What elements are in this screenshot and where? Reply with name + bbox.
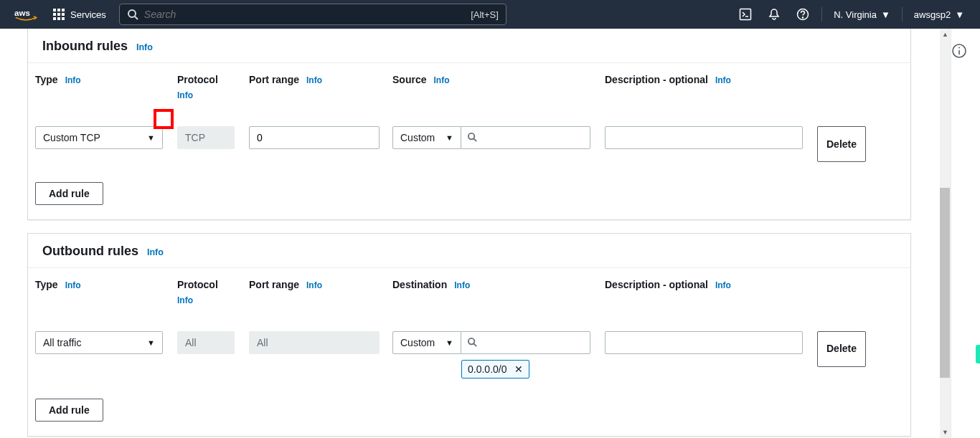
svg-point-18	[468, 338, 474, 344]
col-port: Port rangeInfo	[249, 73, 392, 87]
caret-down-icon: ▼	[955, 9, 964, 20]
info-link[interactable]: Info	[177, 295, 249, 307]
col-type: TypeInfo	[35, 278, 177, 292]
search-icon	[127, 9, 138, 20]
source-type-select[interactable]: Custom ▼	[392, 126, 461, 149]
caret-down-icon: ▼	[881, 9, 890, 20]
col-protocol: ProtocolInfo	[177, 73, 249, 102]
chevron-down-icon: ▼	[446, 133, 453, 142]
grid-icon	[53, 9, 65, 20]
info-link[interactable]: Info	[177, 90, 249, 102]
add-outbound-rule-button[interactable]: Add rule	[35, 399, 103, 422]
scroll-down-arrow[interactable]: ▼	[940, 427, 951, 438]
col-port: Port rangeInfo	[249, 278, 392, 292]
svg-line-11	[135, 16, 138, 19]
main-content: Inbound rules Info TypeInfo ProtocolInfo…	[0, 29, 951, 438]
protocol-display	[177, 331, 235, 354]
info-link[interactable]: Info	[147, 247, 164, 257]
info-link[interactable]: Info	[65, 280, 81, 290]
svg-point-16	[468, 133, 474, 139]
services-label: Services	[70, 9, 106, 20]
svg-rect-5	[57, 13, 60, 16]
account-label: awsgsp2	[914, 9, 951, 20]
highlight-box	[154, 109, 174, 129]
region-label: N. Virginia	[834, 9, 877, 20]
inbound-title: Inbound rules	[42, 39, 128, 54]
svg-rect-7	[53, 17, 56, 20]
svg-rect-9	[62, 17, 65, 20]
dest-search[interactable]	[461, 331, 590, 354]
outbound-rules-panel: Outbound rules Info TypeInfo ProtocolInf…	[27, 233, 911, 437]
services-menu-button[interactable]: Services	[53, 9, 106, 20]
info-link[interactable]: Info	[454, 280, 470, 290]
svg-rect-8	[57, 17, 60, 20]
outbound-rule-row: All traffic ▼	[35, 331, 896, 379]
search-shortcut: [Alt+S]	[471, 9, 499, 20]
account-menu[interactable]: awsgsp2 ▼	[907, 9, 971, 20]
info-link[interactable]: Info	[136, 42, 153, 52]
svg-rect-6	[62, 13, 65, 16]
top-nav: aws Services [Alt+S] N. Virginia ▼ awsgs…	[0, 0, 980, 29]
col-type: TypeInfo	[35, 73, 177, 87]
svg-line-17	[473, 139, 476, 142]
info-link[interactable]: Info	[306, 280, 322, 290]
cidr-token: 0.0.0.0/0 ✕	[461, 360, 529, 379]
notifications-button[interactable]	[760, 0, 788, 29]
chevron-down-icon: ▼	[446, 338, 453, 347]
dest-type-select[interactable]: Custom ▼	[392, 331, 461, 354]
info-link[interactable]: Info	[433, 75, 449, 85]
help-panel	[951, 29, 980, 438]
source-search[interactable]	[461, 126, 590, 149]
svg-line-19	[473, 343, 476, 346]
col-dest: DestinationInfo	[392, 278, 605, 292]
region-selector[interactable]: N. Virginia ▼	[826, 9, 897, 20]
col-protocol: ProtocolInfo	[177, 278, 249, 307]
help-button[interactable]	[788, 0, 817, 29]
col-desc: Description - optionalInfo	[605, 73, 817, 87]
svg-rect-4	[53, 13, 56, 16]
search-icon	[467, 337, 478, 348]
port-input[interactable]	[249, 126, 380, 149]
info-link[interactable]: Info	[306, 75, 322, 85]
remove-token-button[interactable]: ✕	[514, 363, 523, 375]
port-display	[249, 331, 380, 354]
global-search-input[interactable]	[144, 9, 471, 20]
outbound-title: Outbound rules	[42, 244, 138, 259]
info-link[interactable]: Info	[65, 75, 81, 85]
type-select[interactable]: All traffic ▼	[35, 331, 163, 354]
add-inbound-rule-button[interactable]: Add rule	[35, 182, 103, 205]
feedback-tab[interactable]	[976, 345, 980, 363]
description-input[interactable]	[605, 126, 803, 149]
global-search[interactable]: [Alt+S]	[119, 4, 507, 25]
cloudshell-button[interactable]	[731, 0, 760, 29]
svg-rect-3	[62, 9, 65, 11]
chevron-down-icon: ▼	[147, 133, 155, 142]
search-icon	[467, 132, 478, 143]
aws-logo[interactable]: aws	[14, 7, 37, 22]
svg-point-21	[958, 47, 960, 49]
svg-text:aws: aws	[14, 9, 30, 17]
col-source: SourceInfo	[392, 73, 605, 87]
info-link[interactable]: Info	[715, 280, 731, 290]
delete-rule-button[interactable]: Delete	[817, 126, 866, 162]
type-select[interactable]: Custom TCP ▼	[35, 126, 163, 149]
vertical-scrollbar[interactable]: ▲ ▼	[940, 29, 951, 438]
svg-point-15	[803, 17, 804, 18]
info-icon[interactable]	[951, 43, 967, 59]
cidr-value: 0.0.0.0/0	[468, 363, 507, 375]
scroll-thumb[interactable]	[940, 188, 950, 378]
svg-rect-1	[53, 9, 56, 11]
protocol-display: TCP	[177, 126, 235, 149]
scroll-up-arrow[interactable]: ▲	[940, 29, 951, 40]
delete-rule-button[interactable]: Delete	[817, 331, 866, 367]
svg-point-10	[128, 10, 136, 17]
inbound-rule-row: Custom TCP ▼ TCP	[35, 126, 896, 162]
svg-rect-2	[57, 9, 60, 11]
chevron-down-icon: ▼	[147, 338, 155, 347]
info-link[interactable]: Info	[715, 75, 731, 85]
description-input[interactable]	[605, 331, 803, 354]
col-desc: Description - optionalInfo	[605, 278, 817, 292]
